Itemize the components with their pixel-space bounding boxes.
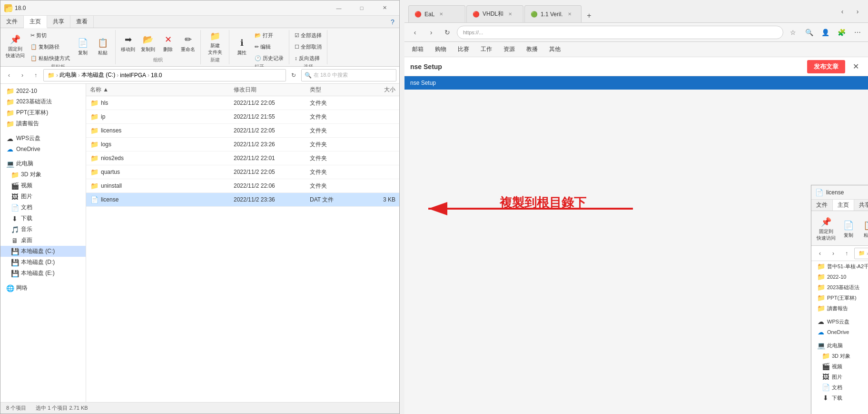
file-row-hls[interactable]: 📁 hls 2022/11/2 22:05 文件夹	[86, 96, 399, 110]
tab-share[interactable]: 共享	[47, 16, 70, 28]
help-button[interactable]: ?	[388, 17, 397, 27]
right-paste-button[interactable]: 📋 粘贴	[859, 216, 868, 242]
minimize-button[interactable]: —	[328, 0, 350, 16]
scroll-left-icon[interactable]: ‹	[836, 5, 849, 18]
right-sidebar-2022-10[interactable]: 📁 2022-10	[811, 272, 868, 282]
pin-quick-access-button[interactable]: 📌 固定到快速访问	[3, 33, 27, 60]
file-row-licenses[interactable]: 📁 licenses 2022/11/2 22:05 文件夹	[86, 124, 399, 138]
tab-home[interactable]: 主页	[24, 16, 47, 28]
address-path[interactable]: 📁 › 此电脑 › 本地磁盘 (C:) › intelFPGA › 18.0	[43, 69, 286, 81]
right-copy-button[interactable]: 📄 复制	[839, 216, 858, 242]
up-button[interactable]: ↑	[30, 70, 41, 81]
tab-file[interactable]: 文件	[0, 16, 24, 28]
right-back-button[interactable]: ‹	[814, 248, 826, 259]
sidebar-item-downloads[interactable]: ⬇ 下载	[0, 213, 86, 224]
right-sidebar-this-pc[interactable]: 💻 此电脑	[811, 340, 868, 351]
properties-button[interactable]: ℹ 属性	[232, 33, 251, 60]
tab-view[interactable]: 查看	[70, 16, 94, 28]
sidebar-item-3d[interactable]: 📁 3D 对象	[0, 169, 86, 180]
settings-icon[interactable]: ⋯	[851, 26, 864, 39]
scroll-right-icon[interactable]: ›	[851, 5, 864, 18]
bookmark-work[interactable]: 工作	[477, 44, 496, 54]
file-row-quartus[interactable]: 📁 quartus 2022/11/2 22:05 文件夹	[86, 165, 399, 179]
close-button[interactable]: ✕	[374, 0, 395, 16]
paste-button[interactable]: 📋 粘贴	[93, 33, 112, 60]
right-sidebar-2023[interactable]: 📁 2023基础语法	[811, 282, 868, 293]
sidebar-item-video[interactable]: 🎬 视频	[0, 180, 86, 191]
back-button[interactable]: ‹	[3, 70, 15, 81]
right-sidebar-onedrive[interactable]: ☁ OneDrive	[811, 327, 868, 337]
file-row-uninstall[interactable]: 📁 uninstall 2022/11/2 22:06 文件夹	[86, 179, 399, 193]
file-row-logs[interactable]: 📁 logs 2022/11/2 23:26 文件夹	[86, 138, 399, 151]
new-tab-button[interactable]: +	[582, 9, 596, 22]
copy-to-button[interactable]: 📂 复制到	[138, 30, 158, 57]
right-sidebar-item-pz51[interactable]: 📁 普中51-单核-A2千	[811, 261, 868, 272]
search-box[interactable]: 🔍 在 18.0 中搜索	[301, 69, 396, 81]
maximize-button[interactable]: □	[351, 0, 373, 16]
search-icon[interactable]: 🔍	[802, 26, 816, 39]
copy-button[interactable]: 📄 复制	[73, 33, 92, 60]
close-panel-button[interactable]: ✕	[849, 60, 862, 73]
browser-tab-veril[interactable]: 🟢 1.1 Veril. ✕	[524, 5, 582, 22]
right-sidebar-wps[interactable]: ☁ WPS云盘	[811, 316, 868, 327]
file-row-license[interactable]: 📄 license 2022/11/2 23:36 DAT 文件 3 KB	[86, 193, 399, 207]
right-address-path[interactable]: 📁 › 此电脑 › 本地磁盘 (E:) › (E)APPs folder › Q…	[854, 248, 868, 259]
right-forward-button[interactable]: ›	[828, 248, 839, 259]
sidebar-item-d-drive[interactable]: 💾 本地磁盘 (D:)	[0, 257, 86, 268]
browser-address-bar[interactable]: https://...	[457, 26, 783, 39]
move-to-button[interactable]: ➡ 移动到	[118, 30, 138, 57]
right-tab-file[interactable]: 文件	[811, 200, 833, 211]
rename-button[interactable]: ✏ 重命名	[178, 30, 197, 57]
browser-tab-eal[interactable]: 🔴 EaL ✕	[408, 5, 465, 22]
browser-tab-vhdl[interactable]: 🔴 VHDL和 ✕	[466, 5, 523, 22]
sidebar-item-2022-10[interactable]: 📁 2022-10	[0, 86, 86, 96]
history-button[interactable]: 🕐 历史记录	[252, 53, 286, 63]
sidebar-item-reading[interactable]: 📁 讀書報告	[0, 118, 86, 129]
right-sidebar-pictures[interactable]: 🖼 图片	[811, 372, 868, 382]
edit-button[interactable]: ✏ 编辑	[252, 41, 286, 52]
sidebar-item-2023[interactable]: 📁 2023基础语法	[0, 96, 86, 107]
tab-close-icon[interactable]: ✕	[508, 11, 512, 17]
right-sidebar-reading[interactable]: 📁 讀書報告	[811, 303, 868, 313]
right-tab-home[interactable]: 主页	[833, 200, 854, 211]
publish-button[interactable]: 发布文章	[807, 60, 845, 73]
user-icon[interactable]: 👤	[819, 26, 832, 39]
deselect-all-button[interactable]: ☐ 全部取消	[292, 41, 324, 52]
right-sidebar-documents[interactable]: 📄 文档	[811, 382, 868, 393]
select-all-button[interactable]: ☑ 全部选择	[292, 30, 324, 40]
right-up-button[interactable]: ↑	[841, 248, 852, 259]
right-tab-share[interactable]: 共享	[854, 200, 868, 211]
delete-button[interactable]: ✕ 删除	[158, 30, 178, 57]
right-pin-button[interactable]: 📌 固定到快速访问	[814, 216, 838, 242]
sidebar-item-onedrive[interactable]: ☁ OneDrive	[0, 144, 86, 154]
new-folder-button[interactable]: 📁 新建文件夹	[206, 30, 225, 57]
sidebar-item-this-pc[interactable]: 💻 此电脑	[0, 158, 86, 169]
bookmark-contest[interactable]: 比赛	[454, 44, 473, 54]
bookmark-shopping[interactable]: 购物	[431, 44, 450, 54]
copy-path-button[interactable]: 📋 复制路径	[28, 41, 72, 52]
refresh-button[interactable]: ↻	[288, 70, 299, 81]
right-sidebar-3d[interactable]: 📁 3D 对象	[811, 351, 868, 361]
bookmark-other[interactable]: 其他	[545, 44, 564, 54]
cut-button[interactable]: ✂ 剪切	[28, 30, 72, 40]
browser-forward-button[interactable]: ›	[424, 26, 438, 39]
right-sidebar-video[interactable]: 🎬 视频	[811, 361, 868, 372]
sidebar-item-e-drive[interactable]: 💾 本地磁盘 (E:)	[0, 268, 86, 279]
bookmark-icon[interactable]: ☆	[786, 26, 799, 39]
sidebar-item-documents[interactable]: 📄 文档	[0, 202, 86, 213]
invert-select-button[interactable]: ↕ 反向选择	[292, 53, 324, 63]
extensions-icon[interactable]: 🧩	[835, 26, 848, 39]
bookmark-education[interactable]: 教播	[523, 44, 542, 54]
sidebar-item-pictures[interactable]: 🖼 图片	[0, 191, 86, 202]
right-sidebar-downloads[interactable]: ⬇ 下载	[811, 393, 868, 403]
sidebar-item-wps[interactable]: ☁ WPS云盘	[0, 133, 86, 144]
sidebar-item-network[interactable]: 🌐 网络	[0, 283, 86, 293]
paste-shortcut-button[interactable]: 📋 粘贴快捷方式	[28, 53, 72, 63]
browser-back-button[interactable]: ‹	[408, 26, 422, 39]
sidebar-item-c-drive[interactable]: 💾 本地磁盘 (C:)	[0, 246, 86, 257]
open-button[interactable]: 📂 打开	[252, 30, 286, 40]
file-row-nios2eds[interactable]: 📁 nios2eds 2022/11/2 22:01 文件夹	[86, 151, 399, 165]
sidebar-item-desktop[interactable]: 🖥 桌面	[0, 235, 86, 246]
sidebar-item-music[interactable]: 🎵 音乐	[0, 224, 86, 235]
tab-close-icon[interactable]: ✕	[439, 11, 443, 17]
